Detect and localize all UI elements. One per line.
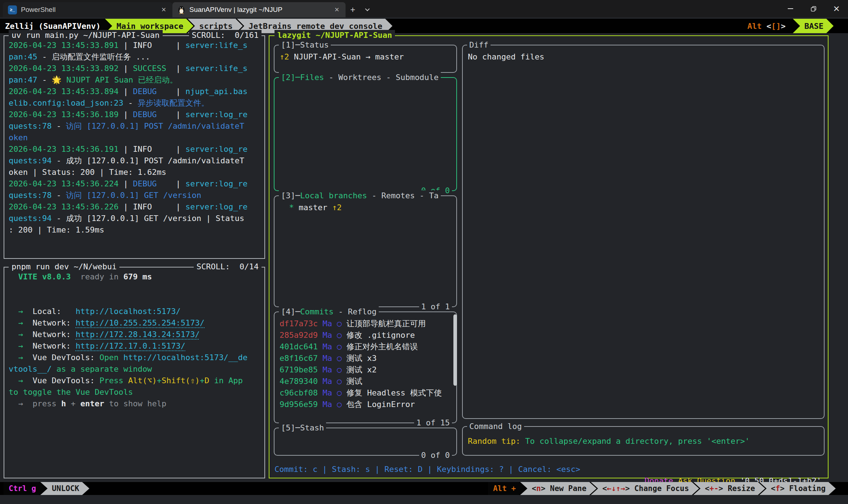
tab-close-icon[interactable]: × (332, 5, 342, 15)
zellij-swap-layout-hint: Alt <[]> (747, 19, 793, 33)
hint-floating: <f> Floating (759, 482, 836, 495)
tab-title: SuanAPIVenv | lazygit ~/NJUP (189, 6, 282, 14)
tab-title: PowerShell (21, 6, 56, 14)
minimize-icon (788, 8, 793, 9)
hint-change-focus: <←↓↑→> Change Focus (591, 482, 699, 495)
chevron-down-icon (365, 6, 370, 11)
lazygit-stash-panel[interactable]: [5]─Stash 0 of 0 (274, 428, 457, 456)
lazygit-diff-panel[interactable]: Diff No changed files (462, 45, 825, 419)
powershell-icon: ≥_ (8, 5, 17, 14)
window-controls: × (779, 0, 848, 17)
zellij-mode-indicator: BASE (793, 19, 834, 33)
lazygit-status-panel[interactable]: [1]─Status ↑2 NJUPT-API-Suan → master (274, 45, 457, 73)
restore-icon (811, 6, 816, 12)
panel-title: [5]─Stash (279, 423, 326, 433)
panel-title: Diff (467, 40, 491, 50)
restore-button[interactable] (802, 0, 825, 17)
lazygit-files-panel[interactable]: [2]─Files - Worktrees - Submodule 0 of 0 (274, 77, 457, 191)
terminal-tab-powershell[interactable]: ≥_ PowerShell × (3, 2, 172, 17)
lazygit-branches-panel[interactable]: [3]─Local branches - Remotes - Ta * mast… (274, 195, 457, 307)
new-tab-button[interactable]: + (346, 2, 360, 17)
lazygit-commits-panel[interactable]: [4]─Commits - Reflog df17a73c Ma ○ 让顶部导航… (274, 311, 457, 423)
unlock-mode-label: UNLOCK (40, 482, 89, 495)
zellij-bar-right: Alt <[]> BASE (747, 19, 834, 33)
panel-title: [2]─Files - Worktrees - Submodule (279, 72, 441, 83)
vite-dev-output: VITE v8.0.3 ready in 679 ms → Local: htt… (4, 268, 264, 478)
diff-content: No changed files (463, 45, 824, 63)
window-titlebar: ≥_ PowerShell × SuanAPIVenv | lazygit ~/… (0, 0, 848, 17)
minimize-button[interactable] (779, 0, 802, 17)
terminal-window: ≥_ PowerShell × SuanAPIVenv | lazygit ~/… (0, 0, 848, 504)
tab-dropdown-button[interactable] (360, 2, 374, 17)
panel-title: [3]─Local branches - Remotes - Ta (279, 190, 441, 201)
commit-list[interactable]: df17a73c Ma ○ 让顶部导航栏真正可用285a92d9 Ma ○ 修改… (274, 312, 456, 410)
pane-lazygit[interactable]: lazygit ~/NJUPT-API-Suan [1]─Status ↑2 N… (269, 35, 829, 478)
mode-indicator-group: Ctrl g UNLOCK (4, 482, 89, 495)
lazygit-command-log-panel[interactable]: Command log Random tip: To collapse/expa… (462, 426, 825, 456)
close-button[interactable]: × (825, 0, 848, 17)
alt-prefix-hint: Alt + (488, 482, 526, 495)
tab-close-icon[interactable]: × (159, 5, 169, 15)
pane-title: lazygit ~/NJUPT-API-Suan (274, 30, 395, 41)
branches-count: 1 of 1 (419, 301, 452, 312)
keybind-hint-group: Alt + <n> New Pane <←↓↑→> Change Focus <… (488, 482, 836, 495)
lazygit-keybindings-bar: Commit: c | Stash: s | Reset: D | Keybin… (274, 464, 580, 475)
panel-title: [4]─Commits - Reflog (279, 306, 379, 317)
hint-resize: <+-> Resize (693, 482, 765, 495)
panel-title: Command log (467, 421, 524, 432)
stash-count: 0 of 0 (419, 450, 452, 461)
hint-new-pane: <n> New Pane (520, 482, 597, 495)
zellij-status-bar: Ctrl g UNLOCK Alt + <n> New Pane <←↓↑→> … (0, 482, 848, 495)
ctrl-g-mode-key: Ctrl g (4, 482, 46, 495)
pane-pnpm-dev[interactable]: pnpm run dev ~/N/webui SCROLL: 0/14 VITE… (4, 267, 265, 478)
pane-uv-main[interactable]: uv run main.py ~/NJUPT-API-Suan SCROLL: … (4, 35, 265, 259)
commits-count: 1 of 15 (414, 417, 452, 428)
uv-log-output: 2026-04-23 13:45:33.891 | INFO | server:… (4, 36, 264, 258)
tux-icon (177, 5, 185, 14)
terminal-tab-wsl-lazygit[interactable]: SuanAPIVenv | lazygit ~/NJUP × (172, 2, 346, 17)
panel-title: [1]─Status (279, 40, 331, 50)
commits-scrollbar[interactable] (453, 314, 457, 386)
